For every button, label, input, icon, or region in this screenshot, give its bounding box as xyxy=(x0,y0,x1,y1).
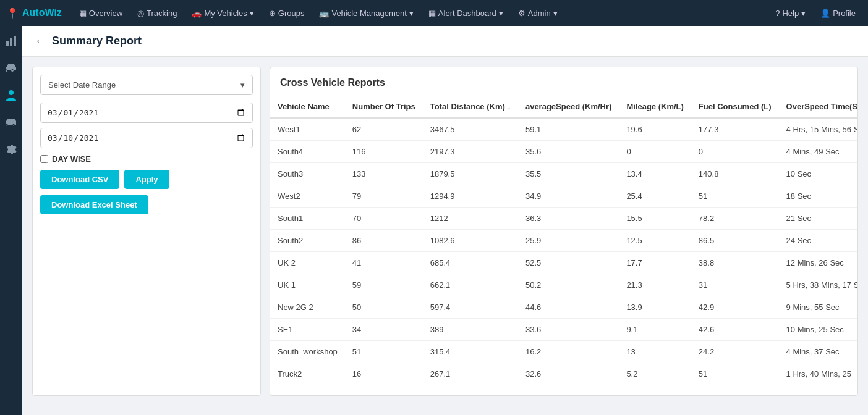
nav-tracking[interactable]: ◎ Tracking xyxy=(131,0,183,26)
table-cell: 4 Mins, 49 Sec xyxy=(779,141,857,163)
table-cell: 389 xyxy=(423,319,518,341)
logo-icon: 📍 xyxy=(6,7,19,19)
nav-overview[interactable]: ▦ Overview xyxy=(73,0,129,26)
table-row: UK 241685.452.517.738.812 Mins, 26 Sec22… xyxy=(270,252,857,274)
table-cell: 52.5 xyxy=(518,252,619,274)
sidebar-icon-person[interactable] xyxy=(2,86,20,104)
table-cell: 86.5 xyxy=(691,230,779,252)
table-cell: South3 xyxy=(270,163,345,185)
sidebar xyxy=(0,26,22,415)
table-cell: 1082.6 xyxy=(423,230,518,252)
sidebar-icon-vehicle[interactable] xyxy=(2,59,20,77)
table-cell: West2 xyxy=(270,185,345,208)
header-row: Vehicle Name Number Of Trips Total Dista… xyxy=(270,96,857,118)
report-title: Cross Vehicle Reports xyxy=(270,77,857,96)
table-cell: 5 Hrs, 38 Mins, 17 Sec xyxy=(779,274,857,296)
col-avg-speed: averageSpeed (Km/Hr) xyxy=(518,96,619,118)
table-cell: 597.4 xyxy=(423,296,518,319)
date-range-dropdown[interactable]: Select Date Range ▾ xyxy=(40,75,253,95)
table-cell: 59.1 xyxy=(518,118,619,141)
table-row: South170121236.315.578.221 Sec1 Hrs, 30 … xyxy=(270,208,857,230)
table-cell: 4 Hrs, 15 Mins, 56 Sec xyxy=(779,118,857,141)
table-cell: 35.6 xyxy=(518,141,619,163)
table-cell: 13.4 xyxy=(619,163,691,185)
dropdown-arrow-help: ▾ xyxy=(801,9,806,18)
table-cell: South1 xyxy=(270,208,345,230)
report-table-wrapper[interactable]: Vehicle Name Number Of Trips Total Dista… xyxy=(270,96,857,385)
back-button[interactable]: ← xyxy=(35,35,46,48)
sidebar-icon-car2[interactable] xyxy=(2,114,20,131)
dropdown-arrow-admin: ▾ xyxy=(553,9,558,18)
table-cell: 51 xyxy=(345,341,423,363)
sidebar-icon-bar-chart[interactable] xyxy=(2,32,20,49)
content-area: Select Date Range ▾ DAY WISE Download CS… xyxy=(22,57,868,406)
vehicle-mgmt-icon: 🚌 xyxy=(319,9,329,18)
download-csv-button[interactable]: Download CSV xyxy=(40,170,119,189)
table-body: West1623467.559.119.6177.34 Hrs, 15 Mins… xyxy=(270,118,857,385)
table-cell: 62 xyxy=(345,118,423,141)
help-icon: ? xyxy=(775,9,780,18)
day-wise-label: DAY WISE xyxy=(52,154,91,164)
table-cell: 86 xyxy=(345,230,423,252)
download-excel-button[interactable]: Download Excel Sheet xyxy=(40,195,148,214)
table-cell: 50 xyxy=(345,296,423,319)
col-distance[interactable]: Total Distance (Km) ↓ xyxy=(423,96,518,118)
dropdown-arrow-vehicles: ▾ xyxy=(250,9,254,18)
apply-button[interactable]: Apply xyxy=(124,170,169,189)
table-cell: 10 Sec xyxy=(779,163,857,185)
dropdown-arrow-alert: ▾ xyxy=(499,9,503,18)
topnav: 📍 AutoWiz ▦ Overview ◎ Tracking 🚗 My Veh… xyxy=(0,0,868,26)
table-cell: UK 1 xyxy=(270,274,345,296)
table-cell: 44.6 xyxy=(518,296,619,319)
table-cell: 42.9 xyxy=(691,296,779,319)
groups-icon: ⊕ xyxy=(269,9,276,18)
table-cell: West1 xyxy=(270,118,345,141)
table-cell: 35.5 xyxy=(518,163,619,185)
table-cell: 25.4 xyxy=(619,185,691,208)
table-cell: 3467.5 xyxy=(423,118,518,141)
table-cell: 133 xyxy=(345,163,423,185)
table-cell: 32.6 xyxy=(518,363,619,385)
layout: ← Summary Report Select Date Range ▾ xyxy=(0,26,868,415)
table-cell: 33.6 xyxy=(518,319,619,341)
nav-my-vehicles[interactable]: 🚗 My Vehicles ▾ xyxy=(185,0,260,26)
date-to-input[interactable] xyxy=(40,128,253,148)
table-cell: 1879.5 xyxy=(423,163,518,185)
table-cell: 140.8 xyxy=(691,163,779,185)
table-cell: SE1 xyxy=(270,319,345,341)
day-wise-checkbox[interactable] xyxy=(40,155,48,163)
col-trips: Number Of Trips xyxy=(345,96,423,118)
table-cell: 13 xyxy=(619,341,691,363)
nav-profile[interactable]: 👤 Profile xyxy=(814,0,862,26)
table-cell: 5.2 xyxy=(619,363,691,385)
app-logo[interactable]: 📍 AutoWiz xyxy=(6,7,62,19)
svg-rect-2 xyxy=(14,36,16,46)
nav-help[interactable]: ? Help ▾ xyxy=(769,0,812,26)
table-cell: 1 Hrs, 40 Mins, 25 xyxy=(779,363,857,385)
vehicles-icon: 🚗 xyxy=(192,9,202,18)
table-cell: 116 xyxy=(345,141,423,163)
table-cell: 4 Mins, 37 Sec xyxy=(779,341,857,363)
table-cell: 0 xyxy=(619,141,691,163)
table-cell: 78.2 xyxy=(691,208,779,230)
table-cell: 50.2 xyxy=(518,274,619,296)
main-content: ← Summary Report Select Date Range ▾ xyxy=(22,26,868,415)
table-cell: 34.9 xyxy=(518,185,619,208)
sidebar-icon-settings[interactable] xyxy=(2,141,20,158)
table-cell: UK 2 xyxy=(270,252,345,274)
table-cell: 21 Sec xyxy=(779,208,857,230)
table-cell: 24.2 xyxy=(691,341,779,363)
svg-point-3 xyxy=(9,90,14,95)
nav-admin[interactable]: ⚙ Admin ▾ xyxy=(512,0,564,26)
table-cell: 9.1 xyxy=(619,319,691,341)
nav-alert-dashboard[interactable]: ▦ Alert Dashboard ▾ xyxy=(422,0,509,26)
date-from-input[interactable] xyxy=(40,103,253,123)
table-cell: 12 Mins, 26 Sec xyxy=(779,252,857,274)
page-title: Summary Report xyxy=(52,35,142,48)
table-cell: 34 xyxy=(345,319,423,341)
table-cell: 42.6 xyxy=(691,319,779,341)
nav-vehicle-management[interactable]: 🚌 Vehicle Management ▾ xyxy=(313,0,419,26)
nav-groups[interactable]: ⊕ Groups xyxy=(263,0,311,26)
table-cell: 19.6 xyxy=(619,118,691,141)
svg-rect-0 xyxy=(6,41,9,46)
